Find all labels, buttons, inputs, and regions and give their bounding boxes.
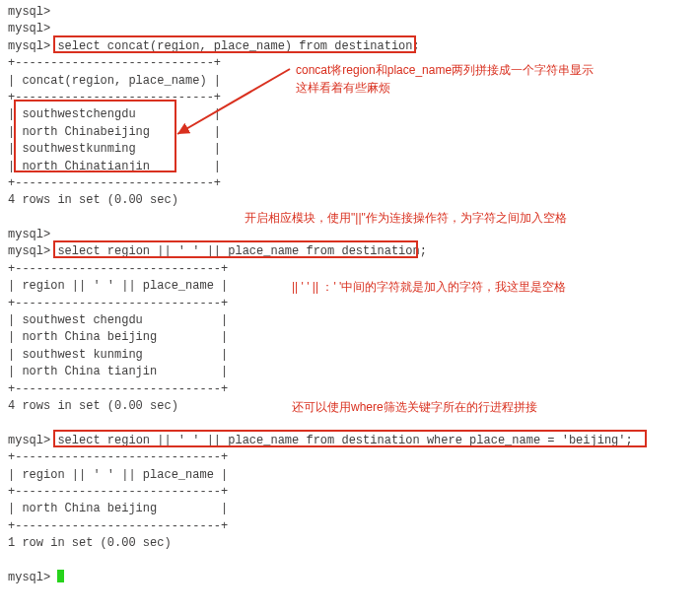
prompt-line: mysql> [8, 227, 692, 243]
blank-line [8, 415, 692, 432]
mysql-prompt: mysql> [8, 434, 57, 447]
prompt-line: mysql> [8, 570, 692, 586]
blank-line [8, 210, 692, 227]
prompt-line: mysql> [8, 4, 692, 21]
mysql-prompt: mysql> [8, 5, 50, 19]
separator-line: +----------------------------+ [8, 175, 692, 192]
mysql-prompt: mysql> [8, 244, 57, 258]
footer-line: 1 row in set (0.00 sec) [8, 535, 692, 552]
result-row: | north Chinatianjin | [8, 159, 692, 175]
footer-line: 4 rows in set (0.00 sec) [8, 398, 692, 415]
result-row: | southwest chengdu | [8, 312, 692, 329]
header-line: | region || ' ' || place_name | [8, 278, 692, 295]
query-line: mysql> select region || ' ' || place_nam… [8, 243, 692, 260]
separator-line: +----------------------------+ [8, 55, 692, 72]
header-line: | concat(region, place_name) | [8, 73, 692, 90]
result-row: | north Chinabeijing | [8, 124, 692, 141]
result-row: | north China beijing | [8, 329, 692, 346]
result-row: | north China beijing | [8, 501, 692, 517]
sql-query: select region || ' ' || place_name from … [57, 434, 632, 447]
separator-line: +-----------------------------+ [8, 261, 692, 278]
query-line: mysql> select concat(region, place_name)… [8, 38, 692, 55]
mysql-prompt: mysql> [8, 39, 57, 53]
result-row: | north China tianjin | [8, 364, 692, 380]
mysql-prompt: mysql> [8, 22, 50, 35]
separator-line: +-----------------------------+ [8, 484, 692, 501]
blank-line [8, 553, 692, 570]
result-row: | southwest kunming | [8, 347, 692, 364]
separator-line: +-----------------------------+ [8, 449, 692, 466]
result-row: | southwestchengdu | [8, 106, 692, 123]
query-line: mysql> select region || ' ' || place_nam… [8, 433, 692, 449]
separator-line: +-----------------------------+ [8, 381, 692, 398]
sql-query: select concat(region, place_name) from d… [57, 39, 419, 53]
header-line: | region || ' ' || place_name | [8, 467, 692, 484]
separator-line: +----------------------------+ [8, 90, 692, 106]
mysql-prompt: mysql> [8, 228, 50, 241]
separator-line: +-----------------------------+ [8, 296, 692, 312]
footer-line: 4 rows in set (0.00 sec) [8, 192, 692, 209]
separator-line: +-----------------------------+ [8, 518, 692, 535]
mysql-prompt: mysql> [8, 571, 57, 584]
sql-query: select region || ' ' || place_name from … [57, 244, 426, 258]
prompt-line: mysql> [8, 21, 692, 37]
cursor[interactable] [57, 570, 64, 582]
result-row: | southwestkunming | [8, 141, 692, 158]
